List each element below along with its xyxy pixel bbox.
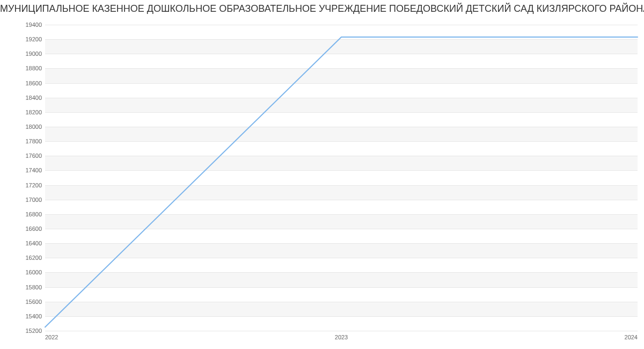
y-tick-label: 15200 xyxy=(4,328,42,334)
series-line xyxy=(45,25,638,331)
chart-title: МУНИЦИПАЛЬНОЕ КАЗЕННОЕ ДОШКОЛЬНОЕ ОБРАЗО… xyxy=(0,3,644,14)
y-tick-label: 17400 xyxy=(4,167,42,173)
y-tick-label: 16000 xyxy=(4,269,42,275)
y-tick-label: 16600 xyxy=(4,226,42,232)
y-tick-label: 18600 xyxy=(4,80,42,86)
y-tick-label: 15400 xyxy=(4,313,42,319)
y-tick-label: 18200 xyxy=(4,109,42,115)
x-tick-label: 2022 xyxy=(45,334,58,340)
x-tick-label: 2023 xyxy=(335,334,348,340)
y-tick-label: 15800 xyxy=(4,284,42,290)
line-chart: МУНИЦИПАЛЬНОЕ КАЗЕННОЕ ДОШКОЛЬНОЕ ОБРАЗО… xyxy=(0,0,644,349)
y-tick-label: 17600 xyxy=(4,152,42,159)
y-tick-label: 15600 xyxy=(4,299,42,305)
y-tick-label: 16200 xyxy=(4,255,42,261)
y-tick-label: 17000 xyxy=(4,197,42,203)
y-tick-label: 16800 xyxy=(4,211,42,217)
y-tick-label: 17200 xyxy=(4,182,42,188)
y-tick-label: 18000 xyxy=(4,123,42,130)
y-tick-label: 18800 xyxy=(4,65,42,71)
y-tick-label: 19400 xyxy=(4,21,42,28)
y-tick-label: 19200 xyxy=(4,36,42,42)
x-tick-label: 2024 xyxy=(625,334,638,340)
y-tick-label: 16400 xyxy=(4,240,42,246)
plot-area[interactable] xyxy=(45,25,638,331)
y-tick-label: 17800 xyxy=(4,138,42,144)
y-tick-label: 18400 xyxy=(4,94,42,101)
gridline xyxy=(45,331,638,331)
y-tick-label: 19000 xyxy=(4,50,42,57)
